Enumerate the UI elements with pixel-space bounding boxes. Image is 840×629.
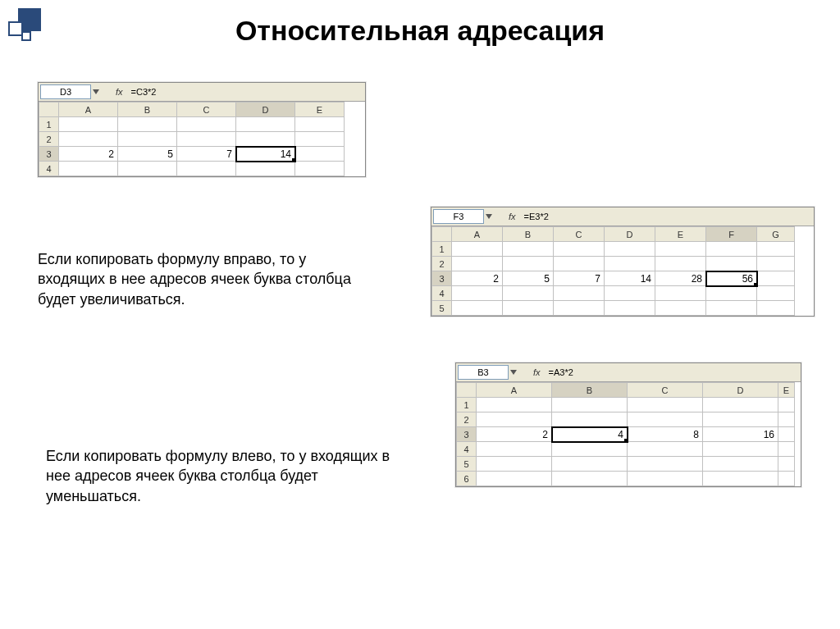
name-box[interactable]: F3	[433, 209, 484, 224]
dropdown-icon[interactable]	[510, 370, 517, 375]
col-header[interactable]: C	[554, 227, 605, 242]
paragraph-right-copy: Если копировать формулу вправо, то у вхо…	[38, 249, 366, 309]
col-header[interactable]: D	[605, 227, 655, 242]
col-header[interactable]: C	[177, 103, 236, 117]
col-header[interactable]: C	[628, 383, 703, 398]
col-header[interactable]: B	[118, 103, 177, 117]
row-header[interactable]: 2	[39, 132, 59, 147]
col-header[interactable]: D	[703, 383, 778, 398]
row-header[interactable]: 4	[432, 286, 452, 301]
col-header[interactable]: A	[477, 383, 552, 398]
cell[interactable]: 5	[118, 147, 177, 162]
fx-icon[interactable]: fx	[520, 367, 546, 377]
select-all-corner[interactable]	[432, 227, 452, 242]
cell[interactable]: 2	[452, 271, 503, 286]
fx-icon[interactable]: fx	[495, 212, 521, 221]
col-header[interactable]: B	[503, 227, 554, 242]
col-header[interactable]: E	[655, 227, 706, 242]
name-box[interactable]: B3	[458, 365, 509, 380]
dropdown-icon[interactable]	[93, 89, 99, 94]
row-header[interactable]: 3	[457, 427, 477, 442]
spreadsheet-1: D3 fx =C3*2 A B C D E 1 2 3 2 5 7 14	[38, 82, 366, 177]
cell[interactable]: 5	[503, 271, 554, 286]
col-header[interactable]: E	[295, 103, 345, 117]
row-header[interactable]: 3	[39, 147, 59, 162]
spreadsheet-3: B3 fx =A3*2 A B C D E 1 2 3 2 4 8 16	[455, 362, 801, 487]
col-header[interactable]: A	[452, 227, 503, 242]
fx-icon[interactable]: fx	[103, 87, 128, 97]
formula-bar: F3 fx =E3*2	[431, 207, 814, 226]
col-header[interactable]: D	[236, 103, 295, 117]
row-header[interactable]: 5	[457, 457, 477, 472]
cell[interactable]: 2	[59, 147, 118, 162]
formula-text[interactable]: =A3*2	[549, 367, 573, 377]
cell[interactable]: 28	[655, 271, 706, 286]
row-header[interactable]: 2	[457, 412, 477, 427]
grid[interactable]: A B C D E F G 1 2 3 2 5 7 14 28 56 4 5	[431, 226, 795, 316]
cell-selected[interactable]: 14	[236, 147, 295, 162]
row-header[interactable]: 1	[39, 117, 59, 132]
cell-selected[interactable]: 56	[706, 271, 757, 286]
grid[interactable]: A B C D E 1 2 3 2 4 8 16 4 5 6	[456, 382, 795, 486]
cell[interactable]	[778, 427, 795, 442]
col-header[interactable]: E	[778, 383, 795, 398]
paragraph-left-copy: Если копировать формулу влево, то у вход…	[46, 446, 399, 506]
cell[interactable]: 7	[177, 147, 236, 162]
row-header[interactable]: 5	[432, 301, 452, 316]
cell-selected[interactable]: 4	[552, 427, 628, 442]
select-all-corner[interactable]	[39, 103, 59, 117]
cell[interactable]: 8	[628, 427, 703, 442]
row-header[interactable]: 2	[432, 257, 452, 271]
row-header[interactable]: 6	[457, 472, 477, 486]
cell[interactable]: 14	[605, 271, 655, 286]
select-all-corner[interactable]	[457, 383, 477, 398]
slide-title: Относительная адресация	[0, 15, 840, 47]
grid[interactable]: A B C D E 1 2 3 2 5 7 14 4	[39, 102, 345, 176]
row-header[interactable]: 3	[432, 271, 452, 286]
formula-text[interactable]: =C3*2	[131, 87, 157, 97]
slide-corner-decoration	[7, 7, 36, 36]
row-header[interactable]: 1	[457, 398, 477, 412]
cell[interactable]	[757, 271, 795, 286]
spreadsheet-2: F3 fx =E3*2 A B C D E F G 1 2 3 2 5 7 14	[431, 207, 815, 317]
formula-bar: B3 fx =A3*2	[456, 363, 801, 382]
name-box[interactable]: D3	[40, 84, 91, 99]
row-header[interactable]: 1	[432, 242, 452, 257]
col-header[interactable]: F	[706, 227, 757, 242]
cell[interactable]	[295, 147, 345, 162]
formula-bar: D3 fx =C3*2	[39, 83, 365, 102]
col-header[interactable]: G	[757, 227, 795, 242]
cell[interactable]: 7	[554, 271, 605, 286]
col-header[interactable]: B	[552, 383, 628, 398]
cell[interactable]: 2	[477, 427, 552, 442]
dropdown-icon[interactable]	[486, 214, 492, 219]
col-header[interactable]: A	[59, 103, 118, 117]
row-header[interactable]: 4	[39, 162, 59, 176]
row-header[interactable]: 4	[457, 442, 477, 457]
formula-text[interactable]: =E3*2	[524, 212, 549, 221]
cell[interactable]: 16	[703, 427, 778, 442]
